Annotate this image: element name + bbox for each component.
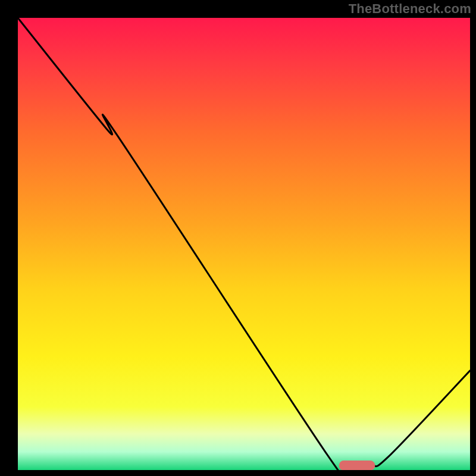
watermark-label: TheBottleneck.com <box>349 1 471 17</box>
gradient-background <box>18 18 470 470</box>
chart-stage: TheBottleneck.com <box>0 0 476 476</box>
plot-svg <box>18 18 470 470</box>
plot-area <box>18 18 470 470</box>
optimal-marker <box>339 461 375 470</box>
